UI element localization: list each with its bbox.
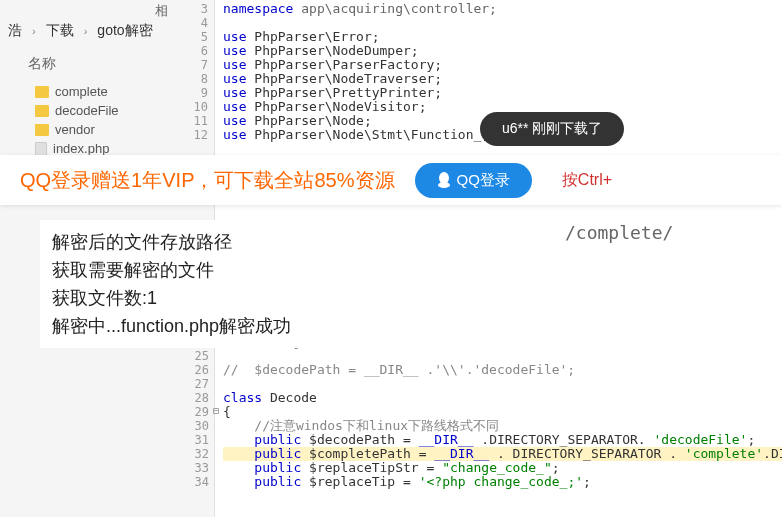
- breadcrumb: 浩 › 下载 › goto解密: [8, 22, 153, 40]
- promo-text: QQ登录赠送1年VIP，可下载全站85%资源: [20, 167, 395, 194]
- line-number: 11: [175, 114, 208, 128]
- line-number: 3: [175, 2, 208, 16]
- line-number: 27: [175, 377, 209, 391]
- line-number: 34: [175, 475, 209, 489]
- line-number: 8: [175, 72, 208, 86]
- code-line: public $decodePath = __DIR__ .DIRECTORY_…: [223, 433, 782, 447]
- code-line: use PhpParser\Error;: [223, 30, 782, 44]
- code-line: use PhpParser\PrettyPrinter;: [223, 86, 782, 100]
- code-line: public $replaceTipStr = "change_code_";: [223, 461, 782, 475]
- code-line: class Decode: [223, 391, 782, 405]
- line-number: 30: [175, 419, 209, 433]
- tree-item-folder[interactable]: vendor: [35, 120, 119, 139]
- download-toast: u6** 刚刚下载了: [480, 112, 624, 146]
- chevron-right-icon: ›: [32, 25, 36, 37]
- output-line: 获取文件数:1: [52, 284, 508, 312]
- line-number: 4: [175, 16, 208, 30]
- line-number: 31: [175, 433, 209, 447]
- tree-label: decodeFile: [55, 103, 119, 118]
- code-line: namespace app\acquiring\controller;: [223, 2, 782, 16]
- line-number: 5: [175, 30, 208, 44]
- line-number: 10: [175, 100, 208, 114]
- qq-icon: [437, 172, 451, 188]
- line-number: 33: [175, 461, 209, 475]
- tree-label: vendor: [55, 122, 95, 137]
- breadcrumb-part[interactable]: 下载: [46, 22, 74, 40]
- tree-label: index.php: [53, 141, 109, 156]
- svg-point-1: [438, 182, 450, 188]
- output-line: 解密中...function.php解密成功: [52, 312, 508, 340]
- output-line: 获取需要解密的文件: [52, 256, 508, 284]
- code-body-lower[interactable]: $decodeObj->batchDecode(); // $decodePat…: [223, 335, 782, 489]
- breadcrumb-part[interactable]: goto解密: [97, 22, 152, 40]
- code-line: //注意windos下和linux下路线格式不同: [223, 419, 782, 433]
- code-line: use PhpParser\NodeTraverser;: [223, 72, 782, 86]
- chevron-right-icon: ›: [84, 25, 88, 37]
- qq-button-label: QQ登录: [457, 171, 510, 190]
- promo-extra: 按Ctrl+: [562, 170, 612, 191]
- code-line: // $decodePath = __DIR__ .'\\'.'decodeFi…: [223, 363, 782, 377]
- file-tree: complete decodeFile vendor index.php: [35, 82, 119, 158]
- line-number: 6: [175, 44, 208, 58]
- code-line: [223, 16, 782, 30]
- fragment-label: 相: [155, 2, 168, 20]
- decode-output: 解密后的文件存放路径 获取需要解密的文件 获取文件数:1 解密中...funct…: [40, 220, 520, 348]
- code-line: use PhpParser\ParserFactory;: [223, 58, 782, 72]
- code-line: use PhpParser\NodeDumper;: [223, 44, 782, 58]
- line-number: 29: [175, 405, 209, 419]
- gutter-lower: 24 25 26 27 28 29 30 31 32 33 34: [175, 335, 215, 489]
- line-number: 25: [175, 349, 209, 363]
- line-number: 9: [175, 86, 208, 100]
- tree-item-folder[interactable]: complete: [35, 82, 119, 101]
- tree-label: complete: [55, 84, 108, 99]
- output-line: 解密后的文件存放路径: [52, 228, 508, 256]
- breadcrumb-part[interactable]: 浩: [8, 22, 22, 40]
- folder-icon: [35, 124, 49, 136]
- column-header-name[interactable]: 名称: [28, 55, 56, 73]
- line-number: 26: [175, 363, 209, 377]
- code-line: {: [223, 405, 782, 419]
- code-line: [223, 349, 782, 363]
- folder-icon: [35, 86, 49, 98]
- fold-icon[interactable]: ⊟: [213, 405, 219, 416]
- promo-bar: QQ登录赠送1年VIP，可下载全站85%资源 QQ登录 按Ctrl+: [0, 155, 782, 205]
- output-path: /complete/: [565, 222, 673, 243]
- line-number: 7: [175, 58, 208, 72]
- code-line: public $completePath = __DIR__ . DIRECTO…: [223, 447, 782, 461]
- line-number: 32: [175, 447, 209, 461]
- line-number: 12: [175, 128, 208, 142]
- line-number: 28: [175, 391, 209, 405]
- file-icon: [35, 142, 47, 156]
- code-line: public $replaceTip = '<?php change_code_…: [223, 475, 782, 489]
- qq-login-button[interactable]: QQ登录: [415, 163, 532, 198]
- folder-icon: [35, 105, 49, 117]
- code-line: [223, 377, 782, 391]
- tree-item-folder[interactable]: decodeFile: [35, 101, 119, 120]
